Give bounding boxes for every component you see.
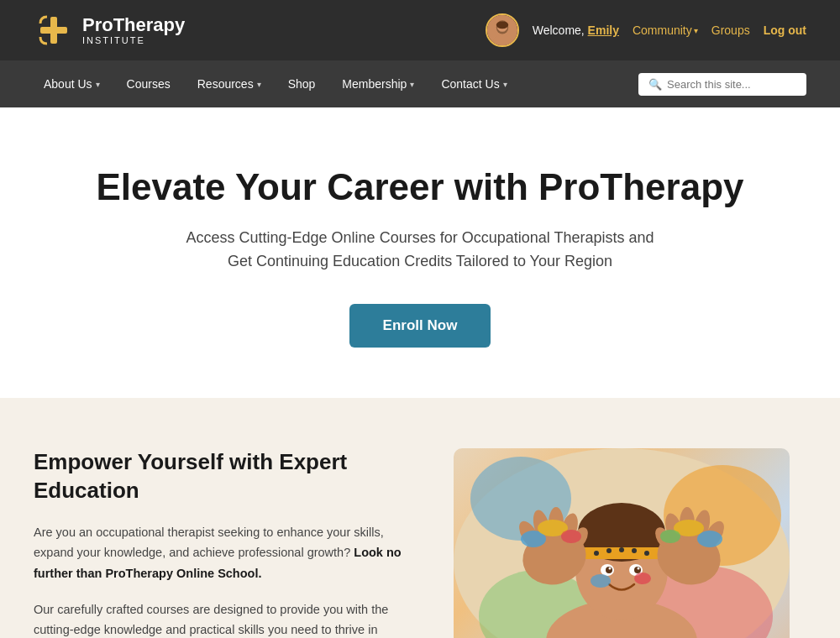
top-bar: ProTherapy INSTITUTE Welcome, Emily Comm… (0, 0, 840, 60)
user-name-link[interactable]: Emily (588, 24, 619, 37)
svg-point-27 (638, 567, 640, 570)
lower-text-block: Empower Yourself with Expert Education A… (34, 448, 403, 638)
logo-text: ProTherapy INSTITUTE (82, 15, 185, 45)
svg-point-29 (634, 573, 651, 584)
svg-point-28 (591, 574, 611, 588)
svg-point-18 (606, 548, 612, 553)
logo-sub: INSTITUTE (82, 35, 185, 45)
community-chevron-icon: ▾ (694, 26, 698, 35)
resources-chevron-icon: ▾ (257, 80, 261, 89)
lower-para-2: Our carefully crafted courses are design… (34, 599, 403, 638)
avatar[interactable] (486, 13, 519, 47)
svg-point-45 (697, 531, 722, 547)
nav-bar: About Us ▾ Courses Resources ▾ Shop Memb… (0, 60, 840, 107)
top-right-nav: Welcome, Emily Community ▾ Groups Log ou… (486, 13, 806, 47)
hero-title: Elevate Your Career with ProTherapy (34, 166, 806, 209)
welcome-text: Welcome, Emily (533, 24, 619, 37)
hero-section: Elevate Your Career with ProTherapy Acce… (0, 107, 840, 398)
nav-contact-us[interactable]: Contact Us ▾ (431, 71, 517, 97)
nav-resources[interactable]: Resources ▾ (187, 71, 271, 97)
svg-point-6 (496, 21, 508, 29)
search-box[interactable]: 🔍 (638, 73, 806, 96)
svg-point-17 (594, 551, 599, 556)
lower-section: Empower Yourself with Expert Education A… (0, 398, 840, 638)
svg-point-20 (632, 548, 637, 553)
contact-chevron-icon: ▾ (503, 80, 507, 89)
nav-courses[interactable]: Courses (117, 71, 181, 97)
hero-subtitle: Access Cutting-Edge Online Courses for O… (34, 226, 806, 275)
search-input[interactable] (667, 78, 796, 91)
hero-enroll-button[interactable]: Enroll Now (349, 304, 491, 348)
svg-point-19 (619, 547, 624, 552)
nav-links: About Us ▾ Courses Resources ▾ Shop Memb… (34, 71, 517, 97)
svg-point-26 (609, 567, 612, 570)
logo[interactable]: ProTherapy INSTITUTE (34, 10, 185, 50)
lower-image (454, 448, 790, 638)
search-icon: 🔍 (648, 78, 662, 91)
membership-chevron-icon: ▾ (410, 80, 414, 89)
community-link[interactable]: Community ▾ (633, 24, 698, 37)
svg-point-38 (561, 530, 581, 543)
logo-name: ProTherapy (82, 15, 185, 35)
svg-rect-1 (50, 17, 57, 44)
svg-point-21 (644, 551, 649, 556)
nav-shop[interactable]: Shop (278, 71, 326, 97)
nav-about-us[interactable]: About Us ▾ (34, 71, 110, 97)
lower-title: Empower Yourself with Expert Education (34, 448, 403, 505)
about-chevron-icon: ▾ (96, 80, 100, 89)
groups-link[interactable]: Groups (711, 24, 750, 37)
svg-point-47 (660, 530, 680, 543)
nav-membership[interactable]: Membership ▾ (332, 71, 424, 97)
paint-lady-illustration (454, 448, 790, 638)
lower-para-1: Are you an occupational therapist seekin… (34, 522, 403, 584)
avatar-image (487, 15, 517, 45)
logout-link[interactable]: Log out (764, 24, 806, 37)
logo-icon (34, 10, 74, 50)
